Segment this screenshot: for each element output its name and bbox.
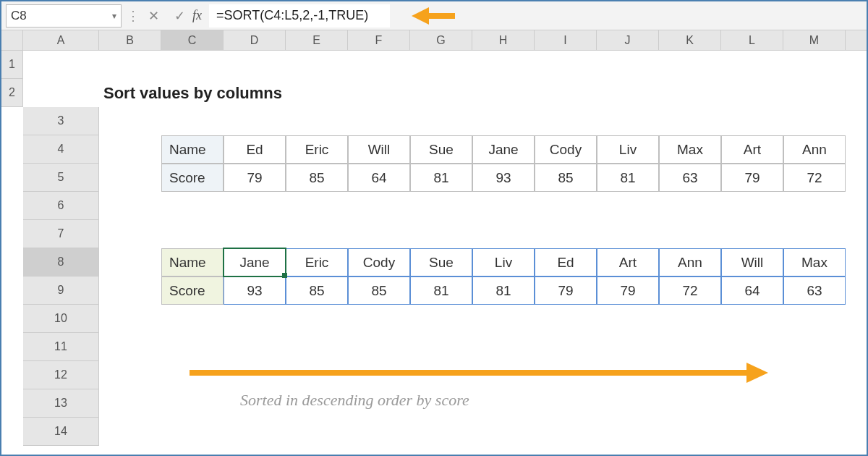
cell[interactable] xyxy=(410,305,472,333)
cell[interactable] xyxy=(99,276,161,305)
cell[interactable] xyxy=(535,389,597,418)
cell[interactable] xyxy=(597,305,659,333)
cell[interactable] xyxy=(535,192,597,220)
cell[interactable] xyxy=(1,276,23,305)
cell[interactable] xyxy=(224,107,286,135)
cell[interactable] xyxy=(1,135,23,164)
cell[interactable] xyxy=(783,361,846,389)
row-header[interactable]: 5 xyxy=(23,164,99,192)
cell[interactable] xyxy=(99,164,161,192)
cell[interactable] xyxy=(597,192,659,220)
cell[interactable] xyxy=(659,418,721,446)
name-box[interactable]: C8 ▾ xyxy=(6,4,122,28)
table-cell[interactable]: 93 xyxy=(472,164,535,192)
col-header[interactable]: A xyxy=(23,30,99,50)
cell[interactable] xyxy=(99,333,161,361)
name-box-dropdown-icon[interactable]: ▾ xyxy=(112,11,116,21)
cell[interactable] xyxy=(472,107,535,135)
cell[interactable] xyxy=(659,107,721,135)
table-row-label[interactable]: Score xyxy=(161,276,224,305)
cell[interactable] xyxy=(721,305,783,333)
cell[interactable] xyxy=(1,220,23,248)
cell[interactable] xyxy=(1,248,23,276)
col-header[interactable]: B xyxy=(99,30,161,50)
row-header[interactable]: 11 xyxy=(23,333,99,361)
cell[interactable] xyxy=(783,220,846,248)
cell[interactable] xyxy=(99,418,161,446)
cell[interactable] xyxy=(99,51,161,79)
cell[interactable] xyxy=(1,305,23,333)
cell[interactable] xyxy=(535,418,597,446)
selected-cell[interactable]: Jane xyxy=(224,248,286,276)
cell[interactable] xyxy=(224,305,286,333)
table-cell[interactable]: 79 xyxy=(721,164,783,192)
row-header[interactable]: 8 xyxy=(23,248,99,276)
table-cell[interactable]: 63 xyxy=(659,164,721,192)
cell[interactable] xyxy=(348,305,410,333)
table-cell[interactable]: 63 xyxy=(783,276,846,305)
table-cell[interactable]: Max xyxy=(783,248,846,276)
cell[interactable] xyxy=(224,192,286,220)
cell[interactable] xyxy=(286,51,348,79)
table-cell[interactable]: 79 xyxy=(597,276,659,305)
cell[interactable] xyxy=(224,220,286,248)
cell[interactable] xyxy=(410,79,472,107)
cell[interactable] xyxy=(410,220,472,248)
cell[interactable] xyxy=(161,389,224,418)
row-header[interactable]: 13 xyxy=(23,389,99,418)
cell[interactable] xyxy=(286,305,348,333)
cell[interactable] xyxy=(1,418,23,446)
cell[interactable] xyxy=(535,51,597,79)
cell[interactable] xyxy=(472,192,535,220)
cell[interactable] xyxy=(99,248,161,276)
table-cell[interactable]: 85 xyxy=(286,276,348,305)
cell[interactable] xyxy=(783,107,846,135)
cell[interactable] xyxy=(535,79,597,107)
page-title[interactable]: Sort values by columns xyxy=(99,79,410,107)
row-header[interactable]: 14 xyxy=(23,418,99,446)
table-cell[interactable]: 85 xyxy=(535,164,597,192)
cell[interactable] xyxy=(721,79,783,107)
cell[interactable] xyxy=(721,192,783,220)
cell[interactable] xyxy=(99,389,161,418)
cell[interactable] xyxy=(1,192,23,220)
cell[interactable] xyxy=(535,305,597,333)
table-cell[interactable]: Eric xyxy=(286,135,348,164)
confirm-formula-button[interactable]: ✓ xyxy=(166,4,192,28)
cell[interactable] xyxy=(783,389,846,418)
cell[interactable] xyxy=(472,79,535,107)
cell[interactable] xyxy=(286,418,348,446)
cell[interactable] xyxy=(161,220,224,248)
row-header[interactable]: 10 xyxy=(23,305,99,333)
cell[interactable] xyxy=(783,192,846,220)
cell[interactable] xyxy=(783,333,846,361)
cell[interactable] xyxy=(1,389,23,418)
cell[interactable] xyxy=(472,418,535,446)
cell[interactable] xyxy=(161,192,224,220)
table-cell[interactable]: 81 xyxy=(410,276,472,305)
row-header[interactable]: 9 xyxy=(23,276,99,305)
cell[interactable] xyxy=(348,107,410,135)
cell[interactable] xyxy=(472,220,535,248)
cell[interactable] xyxy=(721,107,783,135)
cell[interactable] xyxy=(348,418,410,446)
cell[interactable] xyxy=(286,333,348,361)
cell[interactable] xyxy=(99,305,161,333)
table-cell[interactable]: Art xyxy=(721,135,783,164)
cell[interactable] xyxy=(659,51,721,79)
cell[interactable] xyxy=(224,51,286,79)
cell[interactable] xyxy=(721,220,783,248)
table-cell[interactable]: Cody xyxy=(535,135,597,164)
cell[interactable] xyxy=(1,361,23,389)
col-header[interactable]: G xyxy=(410,30,472,50)
table-cell[interactable]: 93 xyxy=(224,276,286,305)
cell[interactable] xyxy=(472,305,535,333)
col-header[interactable]: K xyxy=(659,30,721,50)
table-cell[interactable]: Sue xyxy=(410,135,472,164)
row-header[interactable]: 1 xyxy=(1,51,23,79)
cell[interactable] xyxy=(286,192,348,220)
col-header[interactable]: M xyxy=(783,30,846,50)
cell[interactable] xyxy=(721,51,783,79)
cell[interactable] xyxy=(1,107,23,135)
cell[interactable] xyxy=(99,107,161,135)
